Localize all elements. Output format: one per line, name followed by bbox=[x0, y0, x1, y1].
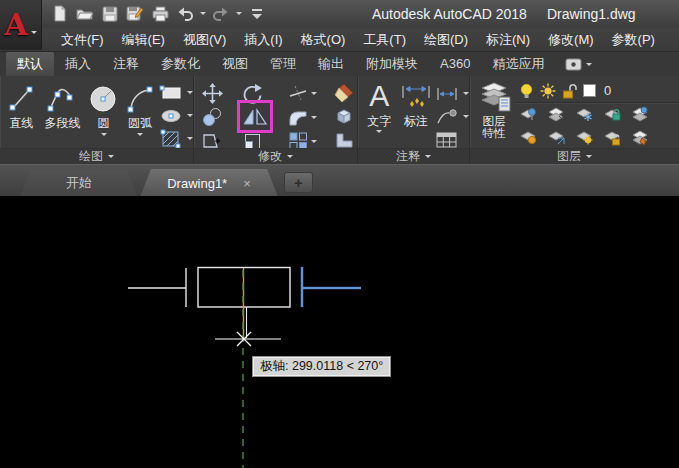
circle-dropdown-caret[interactable] bbox=[101, 133, 107, 136]
copy-button[interactable] bbox=[202, 105, 242, 129]
leader-dropdown-caret[interactable] bbox=[463, 115, 469, 118]
menu-modify[interactable]: 修改(M) bbox=[539, 28, 603, 51]
ellipse-button[interactable] bbox=[159, 104, 193, 127]
layer-merge-icon[interactable] bbox=[631, 129, 650, 146]
layer-dropdown[interactable]: 0 bbox=[515, 79, 679, 103]
redo-icon[interactable] bbox=[211, 3, 231, 24]
save-as-icon[interactable] bbox=[125, 3, 145, 24]
draw-panel-caret-icon bbox=[108, 155, 114, 158]
move-button[interactable] bbox=[202, 81, 242, 105]
annotate-panel-title[interactable]: 注释 bbox=[358, 148, 469, 164]
close-tab-icon[interactable]: × bbox=[243, 176, 251, 191]
application-menu-button[interactable]: A bbox=[0, 0, 42, 50]
ribbon-tab-home[interactable]: 默认 bbox=[6, 52, 54, 76]
start-tab[interactable]: 开始 bbox=[20, 169, 138, 197]
drawing-canvas[interactable]: 极轴: 299.0118 < 270° bbox=[0, 196, 679, 468]
leader-button[interactable] bbox=[435, 105, 469, 128]
ribbon-tab-parametric[interactable]: 参数化 bbox=[150, 52, 211, 76]
layer-freeze-icon[interactable] bbox=[575, 106, 594, 123]
fillet-dropdown-caret[interactable] bbox=[311, 116, 317, 119]
customize-toolbar-icon[interactable] bbox=[247, 3, 267, 24]
menu-bar: 文件(F) 编辑(E) 视图(V) 插入(I) 格式(O) 工具(T) 绘图(D… bbox=[0, 28, 679, 52]
ribbon-tab-insert[interactable]: 插入 bbox=[54, 52, 102, 76]
modify-panel-title[interactable]: 修改 bbox=[194, 148, 357, 164]
ribbon-tab-a360[interactable]: A360 bbox=[429, 52, 481, 76]
save-icon[interactable] bbox=[100, 3, 120, 24]
arc-icon bbox=[125, 84, 155, 114]
layer-panel-caret-icon bbox=[586, 155, 592, 158]
menu-edit[interactable]: 编辑(E) bbox=[113, 28, 174, 51]
dimension-button[interactable]: 标注 bbox=[397, 78, 435, 151]
leader-icon bbox=[435, 109, 459, 125]
menu-format[interactable]: 格式(O) bbox=[292, 28, 355, 51]
white-tee-object[interactable] bbox=[128, 268, 186, 307]
line-icon bbox=[7, 84, 35, 114]
drawing-geometry bbox=[0, 196, 679, 468]
array-dropdown-caret[interactable] bbox=[311, 140, 317, 143]
text-button[interactable]: A 文字 bbox=[362, 78, 397, 151]
open-folder-icon[interactable] bbox=[75, 3, 95, 24]
layer-unisolate-icon[interactable] bbox=[547, 106, 566, 123]
plus-icon: + bbox=[294, 174, 303, 191]
linear-dimension-caret[interactable] bbox=[463, 92, 469, 95]
ribbon-tab-manage[interactable]: 管理 bbox=[259, 52, 307, 76]
layer-panel-title[interactable]: 图层 bbox=[470, 148, 679, 164]
ribbon-tab-addins[interactable]: 附加模块 bbox=[355, 52, 429, 76]
layer-properties-button[interactable]: 图层 特性 bbox=[473, 79, 515, 149]
new-drawing-button[interactable]: + bbox=[284, 172, 313, 193]
polyline-button[interactable]: 多段线 bbox=[39, 79, 87, 150]
redo-dropdown-caret[interactable] bbox=[236, 12, 242, 15]
hatch-icon bbox=[159, 129, 183, 149]
ribbon-display-toggle[interactable] bbox=[565, 58, 592, 76]
text-dropdown-caret[interactable] bbox=[376, 130, 382, 133]
menu-insert[interactable]: 插入(I) bbox=[235, 28, 291, 51]
ellipse-dropdown-caret[interactable] bbox=[187, 114, 193, 117]
new-file-icon[interactable] bbox=[50, 3, 70, 24]
undo-dropdown-caret[interactable] bbox=[200, 12, 206, 15]
polyline-icon bbox=[45, 84, 79, 114]
document-title: Drawing1.dwg bbox=[547, 6, 636, 22]
linear-dimension-button[interactable] bbox=[435, 82, 469, 105]
draw-panel-title[interactable]: 绘图 bbox=[0, 148, 193, 164]
arc-button[interactable]: 圆弧 bbox=[121, 79, 159, 150]
trim-icon bbox=[288, 84, 308, 102]
rectangle-dropdown-caret[interactable] bbox=[187, 91, 193, 94]
undo-icon[interactable] bbox=[175, 3, 195, 24]
ribbon-tab-featured-apps[interactable]: 精选应用 bbox=[481, 52, 555, 76]
menu-draw[interactable]: 绘图(D) bbox=[415, 28, 477, 51]
trim-dropdown-caret[interactable] bbox=[311, 92, 317, 95]
layer-match-icon[interactable] bbox=[631, 106, 650, 123]
crosshair-cursor bbox=[215, 332, 281, 346]
layer-thaw-icon[interactable] bbox=[575, 129, 594, 146]
line-button[interactable]: 直线 bbox=[4, 79, 39, 150]
drawing1-tab[interactable]: Drawing1* × bbox=[140, 169, 278, 197]
layer-current-icon[interactable] bbox=[547, 129, 566, 146]
selected-blue-tee-object[interactable] bbox=[302, 267, 361, 307]
menu-view[interactable]: 视图(V) bbox=[174, 28, 235, 51]
menu-parametric[interactable]: 参数(P) bbox=[603, 28, 664, 51]
menu-dimension[interactable]: 标注(N) bbox=[477, 28, 539, 51]
layer-color-swatch bbox=[583, 84, 596, 97]
hatch-button[interactable] bbox=[159, 127, 193, 150]
layer-isolate-icon[interactable] bbox=[519, 106, 538, 123]
mirror-button[interactable] bbox=[242, 105, 288, 129]
layer-tools-row-2 bbox=[515, 126, 679, 149]
ellipse-icon bbox=[159, 108, 183, 124]
ribbon-tab-annotate[interactable]: 注释 bbox=[102, 52, 150, 76]
circle-button[interactable]: 圆 bbox=[86, 79, 121, 150]
rectangle-button[interactable] bbox=[159, 81, 193, 104]
ribbon-tab-view[interactable]: 视图 bbox=[211, 52, 259, 76]
fillet-button[interactable] bbox=[288, 105, 334, 129]
hatch-dropdown-caret[interactable] bbox=[187, 137, 193, 140]
ribbon-tab-output[interactable]: 输出 bbox=[307, 52, 355, 76]
arc-dropdown-caret[interactable] bbox=[137, 133, 143, 136]
layer-lock-icon[interactable] bbox=[603, 106, 622, 123]
plot-icon[interactable] bbox=[150, 3, 170, 24]
layer-off-icon[interactable] bbox=[519, 129, 538, 146]
layer-panel: 图层 特性 bbox=[470, 76, 679, 164]
layer-unlock-icon[interactable] bbox=[603, 129, 622, 146]
annotate-panel-caret-icon bbox=[425, 155, 431, 158]
menu-tools[interactable]: 工具(T) bbox=[354, 28, 415, 51]
menu-file[interactable]: 文件(F) bbox=[52, 28, 113, 51]
trim-button[interactable] bbox=[288, 81, 334, 105]
